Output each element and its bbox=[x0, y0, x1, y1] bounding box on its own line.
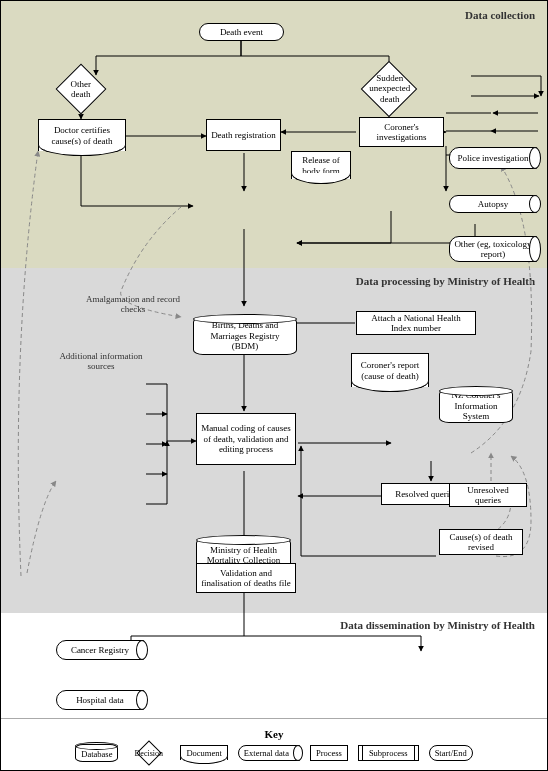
doc-coroner-report: Coroner's report (cause of death) bbox=[351, 353, 429, 387]
section-title-processing: Data processing by Ministry of Health bbox=[356, 275, 535, 287]
doc-release-body-form: Release of body form bbox=[291, 151, 351, 179]
db-bdm: Births, Deaths and Marriages Registry (B… bbox=[193, 317, 297, 355]
section-title-collection: Data collection bbox=[465, 9, 535, 21]
key-subprocess: Subprocess bbox=[358, 745, 419, 761]
legend: Key Database Decision Document External … bbox=[1, 718, 547, 770]
process-death-registration: Death registration bbox=[206, 119, 281, 151]
start-death-event: Death event bbox=[199, 23, 284, 41]
db-nz-coroner: NZ Coroner's Information System bbox=[439, 389, 513, 423]
key-startend: Start/End bbox=[429, 745, 473, 761]
key-external: External data bbox=[238, 745, 300, 761]
key-database: Database bbox=[75, 744, 118, 762]
key-document: Document bbox=[180, 745, 227, 760]
key-process: Process bbox=[310, 745, 348, 761]
section-title-dissemination: Data dissemination by Ministry of Health bbox=[340, 619, 535, 631]
legend-title: Key bbox=[265, 728, 284, 740]
process-nhi: Attach a National Health Index number bbox=[356, 311, 476, 335]
process-manual-coding: Manual coding of causes of death, valida… bbox=[196, 413, 296, 465]
legend-row: Database Decision Document External data… bbox=[75, 744, 472, 762]
process-validation: Validation and finalisation of deaths fi… bbox=[196, 563, 296, 593]
ext-cancer: Cancer Registry bbox=[56, 640, 144, 660]
process-unresolved: Unresolved queries bbox=[449, 483, 527, 507]
doc-doctor-certifies: Doctor certifies cause(s) of death bbox=[38, 119, 126, 151]
flowchart-diagram: Data collection Data processing by Minis… bbox=[0, 0, 548, 771]
process-coroner-investigations: Coroner's investigations bbox=[359, 117, 444, 147]
ext-police: Police investigation bbox=[449, 147, 537, 169]
ext-autopsy: Autopsy bbox=[449, 195, 537, 213]
ext-other-tox: Other (eg, toxicology report) bbox=[449, 236, 537, 262]
label-additional-sources: Additional information sources bbox=[51, 351, 151, 371]
ext-hospital: Hospital data bbox=[56, 690, 144, 710]
process-revised: Cause(s) of death revised bbox=[439, 529, 523, 555]
key-decision: Decision bbox=[137, 740, 162, 765]
label-amalgamation: Amalgamation and record checks bbox=[83, 294, 183, 314]
